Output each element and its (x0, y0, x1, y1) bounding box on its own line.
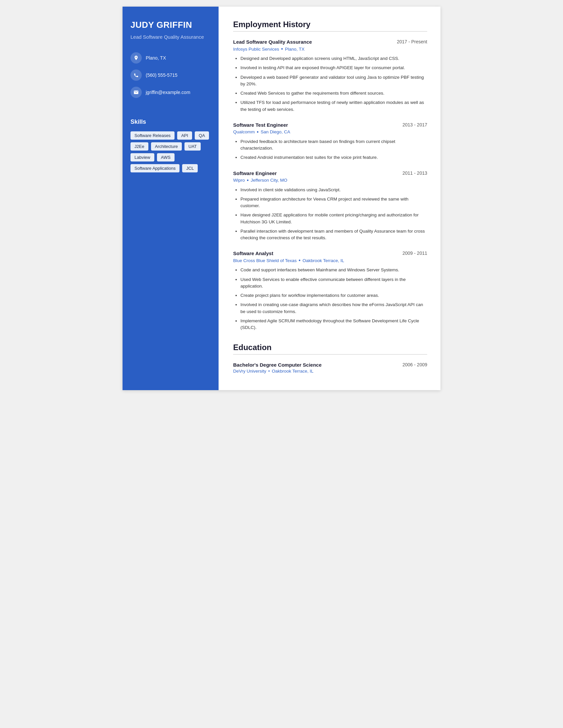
job-dates: 2013 - 2017 (402, 122, 427, 127)
school-location: Oakbrook Terrace, IL (272, 369, 314, 374)
skills-section: Skills Software ReleasesAPIQAJ2EeArchite… (130, 118, 211, 172)
phone-icon (130, 69, 142, 81)
edu-block: Bachelor's Degree Computer Science2006 -… (233, 362, 427, 374)
bullet-item: Involved in creating use-case diagrams w… (240, 301, 427, 315)
separator: • (247, 177, 249, 183)
employment-heading: Employment History (233, 20, 427, 32)
candidate-title: Lead Software Quality Assurance (130, 33, 211, 40)
bullet-item: Involved in testing API that are exposed… (240, 65, 427, 71)
skill-tag: JCL (182, 164, 198, 172)
contact-list: Plano, TX (560) 555-5715 jgriffin@exampl… (130, 52, 211, 104)
education-heading: Education (233, 343, 427, 355)
skills-tags: Software ReleasesAPIQAJ2EeArchitectureUA… (130, 131, 211, 172)
job-bullets: Provided feedback to architecture team b… (233, 138, 427, 161)
skill-tag: Architecture (151, 142, 182, 151)
bullet-item: Developed a web based PBF generator and … (240, 74, 427, 88)
bullet-item: Created Android instrumentation test sui… (240, 154, 427, 161)
email-icon (130, 87, 142, 98)
jobs-list: Lead Software Quality Assurance2017 - Pr… (233, 39, 427, 331)
bullet-item: Have designed J2EE applications for mobi… (240, 212, 427, 225)
bullet-item: Code and support interfaces between Main… (240, 267, 427, 273)
company-location: Plano, TX (285, 47, 305, 52)
skill-tag: Software Applications (130, 164, 179, 172)
skill-tag: QA (195, 131, 209, 140)
phone-text: (560) 555-5715 (146, 72, 177, 78)
edu-title: Bachelor's Degree Computer Science (233, 362, 322, 368)
job-company: Wipro•Jefferson City, MO (233, 177, 427, 183)
company-location: Jefferson City, MO (251, 178, 288, 183)
job-bullets: Involved in client side validations usin… (233, 187, 427, 242)
skill-tag: AWS (157, 153, 174, 161)
company-location: San Diego, CA (260, 129, 290, 134)
bullet-item: Prepared integration architecture for Ve… (240, 196, 427, 209)
bullet-item: Utilized TFS for load and performance te… (240, 99, 427, 113)
company-name: Wipro (233, 178, 245, 183)
location-text: Plano, TX (146, 55, 166, 61)
job-dates: 2017 - Present (397, 39, 427, 44)
contact-location: Plano, TX (130, 52, 211, 64)
sidebar: JUDY GRIFFIN Lead Software Quality Assur… (122, 7, 218, 390)
job-block: Software Test Engineer2013 - 2017Qualcom… (233, 122, 427, 161)
job-title: Software Analyst (233, 250, 273, 256)
job-bullets: Code and support interfaces between Main… (233, 267, 427, 331)
job-title: Lead Software Quality Assurance (233, 39, 312, 45)
skills-heading: Skills (130, 118, 211, 125)
email-text: jgriffin@example.com (146, 90, 190, 95)
job-company: Blue Cross Blue Shield of Texas•Oakbrook… (233, 257, 427, 263)
company-name: Blue Cross Blue Shield of Texas (233, 258, 297, 263)
job-company: Infosys Public Services•Plano, TX (233, 46, 427, 52)
skill-tag: Software Releases (130, 131, 174, 140)
bullet-item: Used Web Services to enable effective co… (240, 276, 427, 290)
education-section: Education Bachelor's Degree Computer Sci… (233, 343, 427, 374)
separator: • (281, 46, 283, 52)
bullet-item: Involved in client side validations usin… (240, 187, 427, 193)
separator: • (268, 369, 270, 374)
bullet-item: Create project plans for workflow implem… (240, 292, 427, 299)
company-location: Oakbrook Terrace, IL (303, 258, 344, 263)
job-block: Software Engineer2011 - 2013Wipro•Jeffer… (233, 170, 427, 242)
company-name: Qualcomm (233, 129, 255, 134)
bullet-item: Provided feedback to architecture team b… (240, 138, 427, 152)
skill-tag: API (177, 131, 192, 140)
skill-tag: J2Ee (130, 142, 148, 151)
contact-email: jgriffin@example.com (130, 87, 211, 98)
company-name: Infosys Public Services (233, 47, 279, 52)
skill-tag: UAT (184, 142, 201, 151)
bullet-item: Designed and Developed application scree… (240, 55, 427, 62)
job-dates: 2011 - 2013 (402, 170, 427, 176)
separator: • (257, 129, 258, 135)
bullet-item: Parallel interaction with development te… (240, 228, 427, 242)
location-icon (130, 52, 142, 64)
skill-tag: Labview (130, 153, 154, 161)
job-block: Lead Software Quality Assurance2017 - Pr… (233, 39, 427, 113)
edu-dates: 2006 - 2009 (402, 362, 427, 367)
job-company: Qualcomm•San Diego, CA (233, 129, 427, 135)
job-block: Software Analyst2009 - 2011Blue Cross Bl… (233, 250, 427, 331)
main-content: Employment History Lead Software Quality… (218, 7, 441, 390)
edu-school: DeVry University•Oakbrook Terrace, IL (233, 369, 427, 374)
bullet-item: Created Web Services to gather the requi… (240, 90, 427, 97)
candidate-name: JUDY GRIFFIN (130, 20, 211, 30)
school-name: DeVry University (233, 369, 266, 374)
education-list: Bachelor's Degree Computer Science2006 -… (233, 362, 427, 374)
resume-container: JUDY GRIFFIN Lead Software Quality Assur… (122, 7, 441, 390)
job-bullets: Designed and Developed application scree… (233, 55, 427, 113)
separator: • (299, 257, 301, 263)
job-dates: 2009 - 2011 (402, 250, 427, 256)
job-title: Software Engineer (233, 170, 277, 176)
contact-phone: (560) 555-5715 (130, 69, 211, 81)
job-title: Software Test Engineer (233, 122, 288, 128)
bullet-item: Implemented Agile SCRUM methodology thro… (240, 318, 427, 331)
